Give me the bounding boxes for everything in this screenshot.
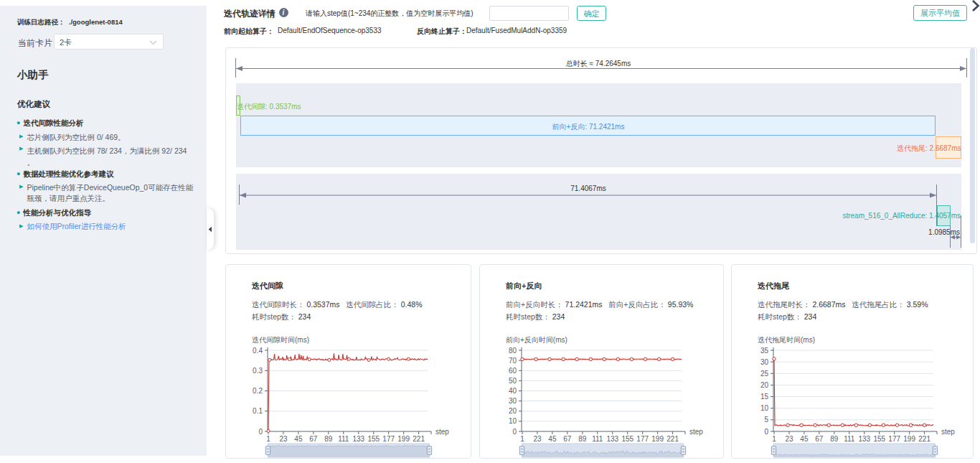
svg-text:5: 5 — [764, 416, 768, 424]
svg-text:40: 40 — [509, 387, 517, 395]
svg-text:23: 23 — [785, 435, 793, 443]
svg-text:111: 111 — [338, 435, 349, 443]
svg-text:step: step — [435, 428, 449, 436]
svg-text:133: 133 — [352, 435, 364, 443]
svg-text:177: 177 — [888, 435, 900, 443]
svg-text:35: 35 — [760, 347, 769, 355]
svg-text:89: 89 — [830, 435, 839, 443]
svg-text:1: 1 — [266, 435, 270, 443]
svg-text:221: 221 — [413, 435, 425, 443]
svg-text:133: 133 — [858, 435, 870, 443]
svg-text:155: 155 — [621, 435, 633, 443]
svg-text:1: 1 — [520, 435, 524, 443]
svg-text:60: 60 — [509, 367, 517, 375]
svg-text:80: 80 — [509, 347, 517, 355]
svg-text:45: 45 — [800, 435, 809, 443]
svg-text:30: 30 — [509, 397, 517, 405]
svg-text:221: 221 — [918, 435, 930, 443]
svg-text:155: 155 — [873, 435, 885, 443]
svg-text:70: 70 — [509, 357, 517, 365]
svg-text:199: 199 — [903, 435, 915, 443]
svg-text:177: 177 — [636, 435, 649, 443]
svg-text:20: 20 — [760, 381, 769, 389]
svg-text:50: 50 — [509, 377, 517, 385]
svg-text:45: 45 — [548, 435, 557, 443]
svg-text:199: 199 — [397, 435, 410, 443]
svg-text:0.4: 0.4 — [253, 347, 263, 355]
svg-text:step: step — [689, 428, 703, 436]
svg-text:111: 111 — [844, 435, 855, 443]
svg-text:45: 45 — [294, 435, 303, 443]
svg-text:23: 23 — [533, 435, 542, 443]
svg-text:10: 10 — [760, 404, 769, 412]
svg-text:111: 111 — [592, 435, 603, 443]
svg-text:1: 1 — [772, 435, 776, 443]
svg-text:133: 133 — [606, 435, 618, 443]
svg-text:89: 89 — [578, 435, 587, 443]
svg-text:0.3: 0.3 — [253, 367, 263, 375]
svg-text:20: 20 — [509, 407, 517, 415]
svg-text:67: 67 — [309, 435, 318, 443]
svg-text:23: 23 — [279, 435, 288, 443]
svg-text:0: 0 — [258, 428, 263, 436]
svg-text:67: 67 — [563, 435, 572, 443]
svg-text:10: 10 — [509, 417, 517, 425]
svg-text:0: 0 — [512, 428, 517, 436]
svg-text:67: 67 — [815, 435, 824, 443]
svg-text:25: 25 — [760, 370, 769, 378]
svg-text:30: 30 — [760, 358, 769, 366]
svg-text:0.2: 0.2 — [253, 387, 263, 395]
svg-text:step: step — [941, 428, 955, 436]
svg-text:155: 155 — [367, 435, 380, 443]
svg-text:177: 177 — [382, 435, 395, 443]
svg-text:199: 199 — [651, 435, 664, 443]
svg-text:15: 15 — [760, 393, 769, 401]
svg-text:0: 0 — [764, 428, 768, 436]
svg-text:89: 89 — [324, 435, 333, 443]
svg-text:0.1: 0.1 — [253, 407, 263, 415]
svg-text:221: 221 — [666, 435, 679, 443]
